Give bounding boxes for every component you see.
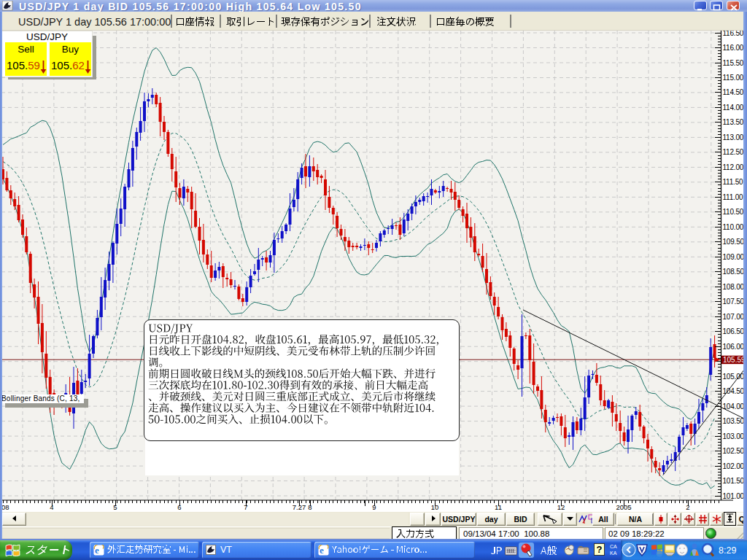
svg-text:112.00: 112.00 bbox=[723, 163, 744, 171]
svg-text:107.50: 107.50 bbox=[723, 298, 745, 306]
svg-text:10: 10 bbox=[431, 503, 439, 511]
svg-text:104.50: 104.50 bbox=[723, 387, 745, 395]
svg-text:6: 6 bbox=[177, 503, 181, 511]
svg-text:7.27: 7.27 bbox=[293, 503, 306, 511]
svg-text:116.00: 116.00 bbox=[723, 44, 744, 52]
svg-text:109.50: 109.50 bbox=[723, 238, 745, 246]
svg-text:111.50: 111.50 bbox=[723, 178, 744, 186]
svg-text:115.50: 115.50 bbox=[723, 59, 744, 67]
svg-text:12: 12 bbox=[557, 503, 565, 511]
svg-text:101.00: 101.00 bbox=[723, 492, 745, 500]
svg-text:4: 4 bbox=[50, 503, 53, 511]
svg-text:114.50: 114.50 bbox=[723, 88, 744, 96]
svg-text:113.00: 113.00 bbox=[723, 133, 744, 141]
svg-text:112.50: 112.50 bbox=[723, 148, 744, 156]
svg-text:e: e bbox=[320, 545, 324, 556]
svg-text:103.00: 103.00 bbox=[723, 432, 745, 440]
svg-text:107.00: 107.00 bbox=[723, 313, 745, 321]
svg-text:2: 2 bbox=[686, 503, 689, 511]
svg-text:e: e bbox=[95, 545, 99, 556]
svg-text:111.00: 111.00 bbox=[723, 193, 744, 201]
svg-text:108.50: 108.50 bbox=[723, 268, 745, 276]
svg-text:103.50: 103.50 bbox=[723, 417, 745, 425]
svg-text:110.50: 110.50 bbox=[723, 208, 744, 216]
svg-text:105.00: 105.00 bbox=[723, 373, 745, 381]
svg-text:113.50: 113.50 bbox=[723, 118, 744, 126]
svg-text:08: 08 bbox=[1, 503, 9, 511]
svg-text:106.00: 106.00 bbox=[723, 343, 745, 351]
svg-text:7: 7 bbox=[244, 503, 247, 511]
svg-text:116.50: 116.50 bbox=[723, 31, 744, 37]
svg-text:9: 9 bbox=[372, 503, 376, 511]
svg-text:101.50: 101.50 bbox=[723, 477, 745, 485]
svg-text:5: 5 bbox=[113, 503, 117, 511]
svg-text:2005: 2005 bbox=[616, 503, 631, 511]
svg-text:110.00: 110.00 bbox=[723, 223, 744, 231]
svg-text:102.00: 102.00 bbox=[723, 462, 745, 470]
svg-text:106.50: 106.50 bbox=[723, 327, 745, 335]
svg-text:109.00: 109.00 bbox=[723, 253, 745, 261]
svg-text:115.00: 115.00 bbox=[723, 74, 744, 82]
svg-text:114.00: 114.00 bbox=[723, 104, 744, 112]
svg-text:USD/JPY 1 day 105.56 17:00:00: USD/JPY 1 day 105.56 17:00:00 bbox=[18, 16, 171, 28]
svg-text:105.59: 105.59 bbox=[723, 356, 746, 364]
svg-text:11: 11 bbox=[495, 503, 502, 511]
svg-text:104.00: 104.00 bbox=[723, 402, 745, 411]
svg-text:102.50: 102.50 bbox=[723, 447, 745, 455]
svg-text:8: 8 bbox=[308, 503, 311, 511]
svg-text:108.00: 108.00 bbox=[723, 283, 745, 291]
